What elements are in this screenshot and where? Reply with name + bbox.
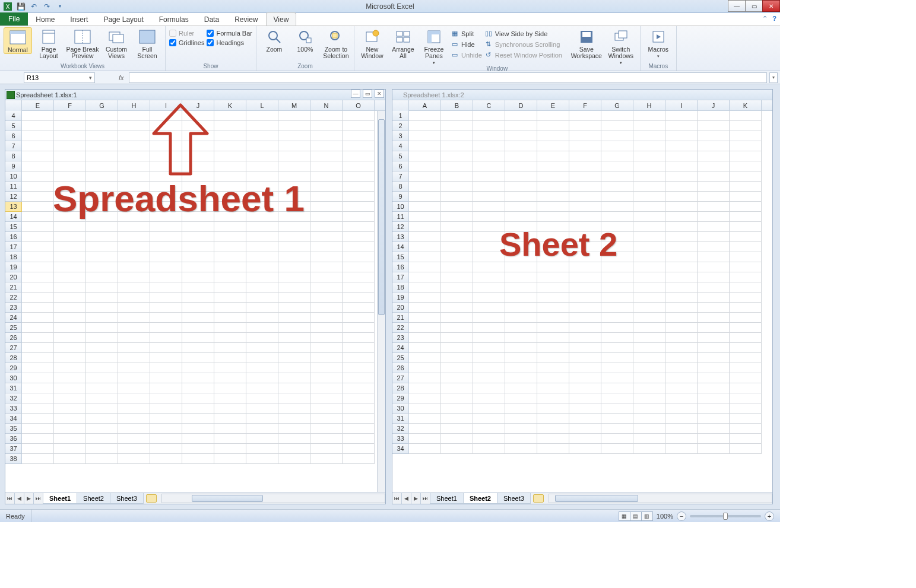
cell[interactable] [310, 131, 343, 141]
cell[interactable] [278, 424, 310, 434]
cell[interactable] [473, 333, 505, 343]
cell[interactable] [730, 232, 762, 242]
cell[interactable] [343, 242, 375, 252]
cell[interactable] [409, 363, 441, 373]
cell[interactable] [278, 454, 310, 464]
reset-window-position-button[interactable]: ↺Reset Window Position [484, 50, 568, 60]
cell[interactable] [633, 262, 665, 272]
cell[interactable] [665, 232, 698, 242]
cell[interactable] [343, 252, 375, 262]
cell[interactable] [730, 373, 762, 383]
cell[interactable] [730, 343, 762, 353]
cell[interactable] [505, 383, 537, 393]
cell[interactable] [214, 222, 246, 232]
cell[interactable] [86, 424, 118, 434]
cell[interactable] [601, 111, 633, 121]
cell[interactable] [698, 242, 730, 252]
cell[interactable] [505, 232, 537, 242]
redo-icon[interactable]: ↷ [42, 1, 52, 12]
cell[interactable] [505, 212, 537, 222]
cell[interactable] [22, 393, 54, 403]
row-header[interactable]: 13 [392, 232, 409, 242]
cell[interactable] [310, 252, 343, 262]
cell[interactable] [86, 282, 118, 293]
cell[interactable] [409, 343, 441, 353]
cell[interactable] [118, 151, 150, 161]
cell[interactable] [22, 202, 54, 212]
cell[interactable] [473, 403, 505, 414]
cell[interactable] [698, 161, 730, 171]
cell[interactable] [22, 242, 54, 252]
cell[interactable] [441, 343, 473, 353]
arrange-all-button[interactable]: Arrange All [389, 27, 417, 59]
column-header[interactable]: E [22, 100, 54, 111]
cell[interactable] [150, 171, 182, 182]
cell[interactable] [569, 131, 601, 141]
cell[interactable] [343, 182, 375, 192]
cell[interactable] [409, 182, 441, 192]
cell[interactable] [633, 333, 665, 343]
row-header[interactable]: 27 [392, 373, 409, 383]
sheet-nav-first-icon[interactable]: ⏮ [392, 493, 402, 504]
cell[interactable] [601, 363, 633, 373]
cell[interactable] [343, 272, 375, 282]
cell[interactable] [665, 222, 698, 232]
save-workspace-button[interactable]: Save Workspace [570, 27, 603, 59]
cell[interactable] [278, 333, 310, 343]
cell[interactable] [22, 232, 54, 242]
row-header[interactable]: 17 [5, 242, 22, 252]
cell[interactable] [182, 151, 214, 161]
cell[interactable] [730, 262, 762, 272]
cell[interactable] [214, 424, 246, 434]
row-header[interactable]: 12 [5, 192, 22, 202]
row-header[interactable]: 6 [5, 131, 22, 141]
cell[interactable] [473, 202, 505, 212]
cell[interactable] [665, 212, 698, 222]
row-header[interactable]: 10 [5, 171, 22, 182]
cell[interactable] [246, 323, 278, 333]
cell[interactable] [182, 282, 214, 293]
cell[interactable] [698, 131, 730, 141]
row-header[interactable]: 5 [392, 151, 409, 161]
cell[interactable] [473, 282, 505, 293]
normal-view-button[interactable]: Normal [4, 27, 32, 54]
cell[interactable] [150, 454, 182, 464]
row-header[interactable]: 31 [392, 414, 409, 424]
cell[interactable] [310, 242, 343, 252]
cell[interactable] [278, 131, 310, 141]
cell[interactable] [601, 403, 633, 414]
column-header[interactable]: H [633, 100, 665, 111]
cell[interactable] [698, 192, 730, 202]
row-header[interactable]: 22 [392, 323, 409, 333]
row-header[interactable]: 21 [5, 282, 22, 293]
cell[interactable] [182, 303, 214, 313]
cell[interactable] [118, 323, 150, 333]
sheet-tab-sheet2[interactable]: Sheet2 [463, 493, 497, 504]
cell[interactable] [150, 222, 182, 232]
row-header[interactable]: 5 [5, 121, 22, 131]
cell[interactable] [150, 414, 182, 424]
cell[interactable] [310, 222, 343, 232]
cell[interactable] [86, 414, 118, 424]
cell[interactable] [730, 111, 762, 121]
cell[interactable] [278, 272, 310, 282]
cell[interactable] [730, 192, 762, 202]
cell[interactable] [182, 393, 214, 403]
name-box-dropdown-icon[interactable]: ▾ [89, 75, 92, 81]
cell[interactable] [86, 434, 118, 444]
cell[interactable] [343, 424, 375, 434]
cell[interactable] [86, 262, 118, 272]
cell[interactable] [278, 252, 310, 262]
cell[interactable] [22, 171, 54, 182]
cell[interactable] [441, 323, 473, 333]
cell[interactable] [473, 363, 505, 373]
cell[interactable] [730, 333, 762, 343]
cell[interactable] [537, 313, 569, 323]
row-header[interactable]: 7 [392, 171, 409, 182]
cell[interactable] [86, 242, 118, 252]
cell[interactable] [118, 434, 150, 444]
zoom-button[interactable]: Zoom [260, 27, 289, 53]
column-header[interactable]: K [730, 100, 762, 111]
cell[interactable] [54, 131, 86, 141]
cell[interactable] [278, 282, 310, 293]
